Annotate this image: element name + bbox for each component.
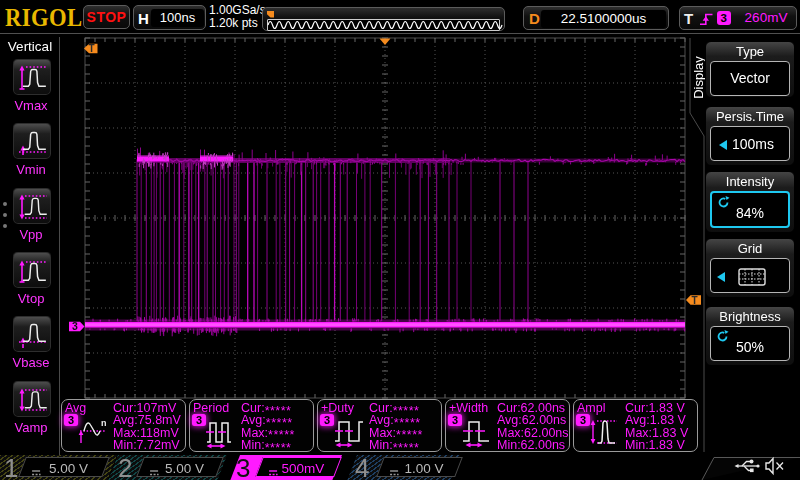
svg-text:n: n xyxy=(101,418,107,428)
svg-text:T: T xyxy=(88,43,94,54)
svg-text:3: 3 xyxy=(72,320,78,332)
